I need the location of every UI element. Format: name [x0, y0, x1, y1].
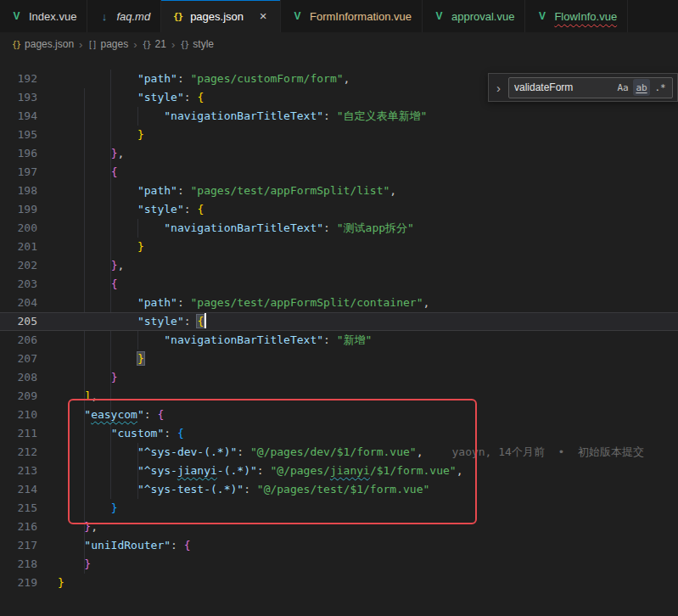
code-text: "path": "pages/customForm/form", — [58, 70, 350, 88]
code-line[interactable]: 197 { — [0, 163, 678, 182]
code-line[interactable]: 200 "navigationBarTitleText": "测试app拆分" — [0, 219, 678, 238]
code-token: } — [111, 501, 118, 514]
code-line[interactable]: 211 "custom": { — [0, 424, 678, 443]
code-token: "navigationBarTitleText" — [164, 109, 323, 122]
code-token — [58, 408, 84, 421]
line-number[interactable]: 212 — [0, 443, 37, 462]
line-number[interactable]: 195 — [0, 126, 37, 144]
regex-icon[interactable]: .* — [652, 79, 669, 96]
code-line[interactable]: 214 "^sys-test-(.*)": "@/pages/test/$1/f… — [0, 480, 678, 499]
breadcrumb-item-file[interactable]: {} pages.json — [12, 38, 74, 50]
code-line[interactable]: 206 "navigationBarTitleText": "新增" — [0, 331, 678, 350]
json-file-icon: {} — [12, 40, 20, 49]
object-symbol-icon: {} — [143, 40, 151, 49]
code-line[interactable]: 201 } — [0, 238, 678, 256]
code-token — [58, 221, 164, 234]
line-number[interactable]: 193 — [0, 88, 37, 107]
code-token: : — [184, 315, 198, 328]
line-number[interactable]: 201 — [0, 238, 37, 256]
tab-flowinfo-vue[interactable]: V FlowInfo.vue — [525, 0, 628, 32]
tab-forminformation-vue[interactable]: V FormInformation.vue — [281, 0, 423, 32]
tab-label: Index.vue — [29, 10, 76, 23]
code-text: "easycom": { — [58, 406, 164, 424]
code-token: "@/pages/ — [270, 464, 329, 477]
code-token — [58, 427, 111, 440]
code-line[interactable]: 212 "^sys-dev-(.*)": "@/pages/dev/$1/for… — [0, 443, 678, 462]
code-line[interactable]: 210 "easycom": { — [0, 406, 678, 424]
code-line[interactable]: 207 } — [0, 350, 678, 368]
code-line[interactable]: 213 "^sys-jianyi-(.*)": "@/pages/jianyi/… — [0, 462, 678, 480]
line-number[interactable]: 196 — [0, 144, 37, 163]
code-line[interactable]: 203 { — [0, 275, 678, 294]
line-number[interactable]: 198 — [0, 182, 37, 200]
code-token: , — [344, 72, 350, 85]
code-token — [58, 445, 137, 458]
tab-pages-json[interactable]: {} pages.json × — [161, 0, 281, 32]
tab-index-vue[interactable]: V Index.vue — [0, 0, 87, 32]
code-token: , — [91, 389, 98, 402]
code-line[interactable]: 202 }, — [0, 256, 678, 275]
line-number[interactable]: 213 — [0, 462, 37, 480]
line-number[interactable]: 204 — [0, 294, 37, 312]
line-number[interactable]: 217 — [0, 536, 37, 555]
code-line[interactable]: 198 "path": "pages/test/appFormSplit/lis… — [0, 182, 678, 200]
line-number[interactable]: 192 — [0, 70, 37, 88]
code-token — [58, 72, 137, 85]
breadcrumb-item-style[interactable]: {} style — [180, 38, 214, 50]
line-number[interactable]: 208 — [0, 368, 37, 387]
code-token: , — [91, 520, 98, 533]
code-token: } — [137, 352, 144, 365]
code-line[interactable]: 204 "path": "pages/test/appFormSplit/con… — [0, 294, 678, 312]
breadcrumb-item-21[interactable]: {} 21 — [143, 38, 166, 50]
code-line[interactable]: 208 } — [0, 368, 678, 387]
code-line[interactable]: 215 } — [0, 499, 678, 518]
line-number[interactable]: 218 — [0, 555, 37, 574]
line-number[interactable]: 216 — [0, 518, 37, 536]
code-text: "custom": { — [58, 424, 184, 443]
find-input[interactable] — [514, 81, 613, 93]
line-number[interactable]: 209 — [0, 387, 37, 406]
line-number[interactable]: 219 — [0, 574, 37, 592]
line-number[interactable]: 207 — [0, 350, 37, 368]
tab-faq-md[interactable]: ↓ faq.md — [87, 0, 161, 32]
line-number[interactable]: 206 — [0, 331, 37, 350]
close-icon[interactable]: × — [256, 9, 270, 23]
code-line[interactable]: 217 "uniIdRouter": { — [0, 536, 678, 555]
code-token — [58, 389, 84, 402]
line-number[interactable]: 211 — [0, 424, 37, 443]
line-number[interactable]: 215 — [0, 499, 37, 518]
tab-approval-vue[interactable]: V approval.vue — [423, 0, 525, 32]
line-number[interactable]: 210 — [0, 406, 37, 424]
line-number[interactable]: 194 — [0, 107, 37, 126]
code-line[interactable]: 205 "style": { — [0, 312, 678, 331]
toggle-replace-chevron-icon[interactable]: › — [493, 81, 504, 95]
code-line[interactable]: 218 } — [0, 555, 678, 574]
line-number[interactable]: 199 — [0, 200, 37, 219]
line-number[interactable]: 214 — [0, 480, 37, 499]
code-line[interactable]: 199 "style": { — [0, 200, 678, 219]
code-token: : — [171, 539, 184, 552]
breadcrumb-label: pages.json — [25, 38, 74, 50]
code-line[interactable]: 219} — [0, 574, 678, 592]
code-token: : — [144, 408, 158, 421]
code-line[interactable]: 209 ], — [0, 387, 678, 406]
code-text: } — [58, 368, 117, 387]
whole-word-icon[interactable]: ab — [633, 79, 650, 96]
code-line[interactable]: 195 } — [0, 126, 678, 144]
breadcrumb-item-pages[interactable]: [] pages — [87, 38, 128, 50]
line-number[interactable]: 202 — [0, 256, 37, 275]
breadcrumb: {} pages.json › [] pages › {} 21 › {} st… — [0, 32, 678, 56]
line-number[interactable]: 203 — [0, 275, 37, 294]
line-number[interactable]: 205 — [0, 312, 37, 331]
code-editor[interactable]: 192 "path": "pages/customForm/form",193 … — [0, 56, 678, 616]
line-number[interactable]: 200 — [0, 219, 37, 238]
code-line[interactable]: 216 }, — [0, 518, 678, 536]
match-case-icon[interactable]: Aa — [614, 79, 631, 96]
code-line[interactable]: 194 "navigationBarTitleText": "自定义表单新增" — [0, 107, 678, 126]
code-token: { — [197, 91, 204, 104]
line-number[interactable]: 197 — [0, 163, 37, 182]
code-line[interactable]: 196 }, — [0, 144, 678, 163]
find-widget: › Aa ab .* — [488, 73, 678, 102]
code-token — [58, 501, 111, 514]
code-token: "uniIdRouter" — [84, 539, 171, 552]
